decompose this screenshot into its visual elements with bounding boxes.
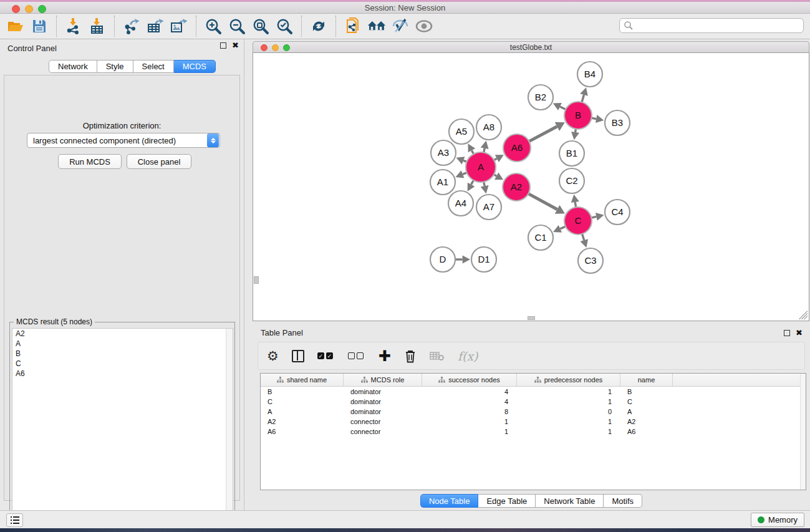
mcds-result-item[interactable]: A2	[12, 329, 233, 339]
network-graph[interactable]: A5A8A3AA1A4A7A6A2B2B4BB3B1C2CC4C1C3DD1	[253, 53, 809, 320]
birds-eye-icon[interactable]	[415, 17, 433, 36]
mcds-result-item[interactable]: B	[12, 349, 233, 359]
table-cell[interactable]: dominator	[344, 398, 422, 405]
column-header-successor-nodes[interactable]: successor nodes	[422, 374, 517, 386]
delete-table-icon[interactable]	[430, 347, 445, 365]
table-row[interactable]: A2connector11A2	[261, 417, 806, 427]
table-cell[interactable]: 8	[422, 408, 517, 415]
column-header-predecessor-nodes[interactable]: predecessor nodes	[517, 374, 620, 386]
canvas-vscroll-thumb[interactable]	[254, 276, 259, 284]
table-cell[interactable]: B	[261, 388, 344, 395]
zoom-out-icon[interactable]	[228, 17, 246, 36]
function-builder-icon[interactable]: f(x)	[458, 347, 478, 365]
column-header-name[interactable]: name	[620, 374, 673, 386]
float-panel-icon[interactable]	[220, 42, 226, 49]
table-cell[interactable]: 4	[422, 398, 517, 405]
table-cell[interactable]: B	[620, 388, 673, 395]
table-row[interactable]: A6connector11A6	[261, 427, 806, 437]
graphics-details-icon[interactable]	[391, 17, 410, 36]
table-close-panel-icon[interactable]: ✖	[796, 330, 803, 336]
node-table[interactable]: shared nameMCDS rolesuccessor nodesprede…	[260, 373, 806, 490]
search-field[interactable]	[619, 18, 804, 33]
import-table-icon[interactable]	[88, 17, 107, 36]
tab-style[interactable]: Style	[97, 60, 133, 73]
close-window-button[interactable]	[12, 5, 20, 13]
table-cell[interactable]: 1	[517, 388, 620, 395]
graph-edge-A6-B[interactable]	[528, 127, 557, 142]
export-image-icon[interactable]	[170, 17, 188, 36]
table-row[interactable]: Cdominator41C	[261, 397, 806, 407]
task-history-button[interactable]	[6, 513, 23, 527]
delete-column-icon[interactable]	[404, 347, 417, 365]
mcds-result-item[interactable]: C	[12, 359, 233, 369]
mcds-result-item[interactable]: A	[12, 339, 233, 349]
network-zoom-button[interactable]	[283, 44, 290, 51]
optimization-criterion-select[interactable]: largest connected component (directed)	[27, 133, 220, 148]
table-cell[interactable]: 1	[517, 398, 620, 405]
window-resize-grip[interactable]	[799, 311, 808, 319]
network-canvas[interactable]: A5A8A3AA1A4A7A6A2B2B4BB3B1C2CC4C1C3DD1	[253, 53, 809, 321]
table-row[interactable]: Adominator80A	[261, 407, 806, 417]
table-cell[interactable]: A	[261, 408, 344, 415]
tab-network-table[interactable]: Network Table	[536, 494, 604, 508]
table-cell[interactable]: 1	[517, 428, 620, 435]
show-columns-icon[interactable]	[292, 347, 304, 365]
table-header-row[interactable]: shared nameMCDS rolesuccessor nodesprede…	[261, 374, 806, 387]
close-panel-icon[interactable]: ✖	[232, 42, 239, 49]
table-cell[interactable]: A	[620, 408, 673, 415]
tab-node-table[interactable]: Node Table	[420, 494, 479, 508]
create-column-icon[interactable]: ✚	[378, 347, 391, 365]
table-cell[interactable]: C	[620, 398, 673, 405]
canvas-hscroll-thumb[interactable]	[528, 316, 535, 320]
table-row[interactable]: Bdominator41B	[261, 387, 806, 397]
table-cell[interactable]: 1	[517, 418, 620, 425]
table-cell[interactable]: connector	[344, 418, 422, 425]
network-close-button[interactable]	[261, 44, 268, 51]
zoom-selected-icon[interactable]	[275, 17, 294, 36]
tab-motifs[interactable]: Motifs	[604, 494, 642, 508]
table-cell[interactable]: 4	[422, 388, 517, 395]
refresh-layout-icon[interactable]	[309, 17, 328, 36]
first-neighbors-icon[interactable]	[367, 17, 386, 36]
deselect-all-columns-icon[interactable]	[348, 347, 365, 365]
import-network-icon[interactable]	[64, 17, 83, 36]
table-cell[interactable]: 1	[422, 428, 517, 435]
network-minimize-button[interactable]	[272, 44, 279, 51]
table-cell[interactable]: 1	[422, 418, 517, 425]
table-cell[interactable]: C	[261, 398, 344, 405]
export-network-icon[interactable]	[122, 17, 141, 36]
table-cell[interactable]: dominator	[344, 388, 422, 395]
memory-button[interactable]: Memory	[751, 513, 804, 527]
table-cell[interactable]: A6	[620, 428, 673, 435]
column-header-shared-name[interactable]: shared name	[261, 374, 344, 386]
tab-network[interactable]: Network	[49, 60, 97, 73]
search-input[interactable]	[634, 19, 803, 32]
save-session-icon[interactable]	[30, 17, 49, 36]
zoom-window-button[interactable]	[38, 5, 46, 13]
result-list-scrollbar[interactable]	[226, 329, 233, 530]
table-cell[interactable]: A2	[261, 418, 344, 425]
graph-edge-A2-C[interactable]	[528, 193, 557, 210]
minimize-window-button[interactable]	[25, 5, 33, 13]
select-all-columns-icon[interactable]: ✓✓	[317, 347, 335, 365]
window-titlebar[interactable]: Session: New Session	[0, 2, 810, 14]
zoom-in-icon[interactable]	[204, 17, 223, 36]
mcds-result-item[interactable]: A6	[12, 369, 233, 379]
table-settings-icon[interactable]: ⚙	[267, 347, 279, 365]
table-float-panel-icon[interactable]	[784, 330, 790, 336]
table-cell[interactable]: dominator	[344, 408, 422, 415]
table-cell[interactable]: A6	[261, 428, 344, 435]
mcds-result-list[interactable]: A2ABCA6	[12, 328, 233, 531]
tab-select[interactable]: Select	[133, 60, 174, 73]
new-network-from-selection-icon[interactable]	[344, 17, 362, 36]
table-cell[interactable]: A2	[620, 418, 673, 425]
close-panel-button[interactable]: Close panel	[127, 154, 191, 169]
column-header-MCDS-role[interactable]: MCDS role	[344, 374, 422, 386]
table-cell[interactable]: connector	[344, 428, 422, 435]
tab-edge-table[interactable]: Edge Table	[478, 494, 536, 508]
open-session-icon[interactable]	[6, 17, 25, 36]
table-cell[interactable]: 0	[517, 408, 620, 415]
network-window-titlebar[interactable]: testGlobe.txt	[253, 41, 809, 53]
export-table-icon[interactable]	[146, 17, 165, 36]
table-scrollbar[interactable]	[800, 374, 806, 490]
